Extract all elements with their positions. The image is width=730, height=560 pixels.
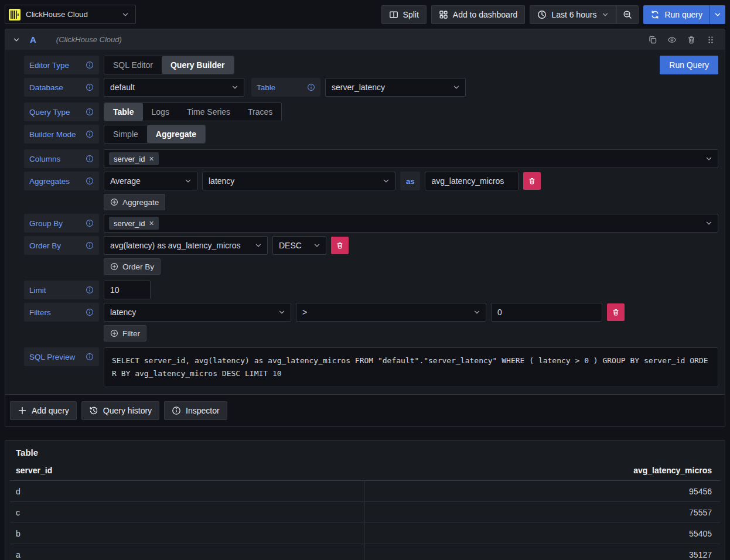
datasource-name: ClickHouse Cloud — [26, 10, 116, 19]
add-filter-button[interactable]: Filter — [104, 325, 146, 342]
info-icon — [86, 83, 94, 91]
editor-type-toggle: SQL Editor Query Builder — [104, 56, 234, 74]
database-select[interactable]: default — [104, 78, 244, 97]
duplicate-query-icon[interactable] — [648, 35, 657, 45]
info-icon — [86, 286, 94, 294]
cell-avg-latency: 75557 — [364, 502, 721, 523]
cell-server-id: c — [10, 502, 364, 523]
columns-multiselect[interactable]: server_id × — [104, 149, 718, 168]
chevron-down-icon — [473, 308, 481, 316]
query-history-button[interactable]: Query history — [81, 401, 159, 420]
sql-preview-text: SELECT server_id, avg(latency) as avg_la… — [104, 347, 718, 387]
order-by-direction-select[interactable]: DESC — [272, 236, 326, 255]
option-logs[interactable]: Logs — [143, 103, 178, 121]
group-by-multiselect[interactable]: server_id × — [104, 214, 718, 233]
plus-icon — [18, 406, 27, 415]
add-order-by-label: Order By — [122, 262, 154, 271]
sync-icon — [650, 10, 660, 19]
order-by-field-select[interactable]: avg(latency) as avg_latency_micros — [104, 236, 268, 255]
add-query-button[interactable]: Add query — [10, 401, 77, 420]
run-query-editor-button[interactable]: Run Query — [660, 56, 718, 74]
drag-handle-icon[interactable] — [706, 35, 715, 45]
chevron-down-icon — [121, 11, 129, 19]
datasource-picker[interactable]: ClickHouse Cloud — [5, 5, 136, 24]
query-editor-container: A (ClickHouse Cloud) Editor Type SQL Edi… — [5, 29, 725, 427]
split-icon — [389, 10, 398, 19]
hide-response-eye-icon[interactable] — [667, 35, 677, 45]
remove-aggregate-button[interactable] — [523, 172, 541, 190]
option-table[interactable]: Table — [104, 103, 143, 121]
filter-column-select[interactable]: latency — [104, 303, 291, 322]
table-row: d 95456 — [10, 481, 720, 502]
option-traces[interactable]: Traces — [239, 103, 281, 121]
column-header-server-id[interactable]: server_id — [10, 466, 364, 475]
option-time-series[interactable]: Time Series — [178, 103, 239, 121]
add-filter-label: Filter — [122, 329, 140, 338]
run-query-dropdown-button[interactable] — [709, 5, 725, 24]
info-icon — [86, 308, 94, 316]
run-query-button[interactable]: Run query — [643, 5, 709, 24]
info-icon — [86, 353, 94, 361]
cell-avg-latency: 95456 — [364, 481, 721, 501]
aggregate-column-select[interactable]: latency — [202, 172, 395, 190]
columns-tag-server-id[interactable]: server_id × — [109, 152, 159, 165]
explore-toolbar: ClickHouse Cloud Split Add to dashboard … — [0, 0, 730, 29]
add-order-by-button[interactable]: Order By — [104, 258, 161, 275]
query-history-label: Query history — [103, 406, 152, 415]
chevron-down-icon — [705, 155, 713, 163]
apps-grid-icon — [439, 10, 448, 19]
zoom-out-button[interactable] — [616, 5, 639, 24]
datasource-hint: (ClickHouse Cloud) — [56, 35, 122, 44]
option-query-builder[interactable]: Query Builder — [162, 56, 234, 74]
run-query-editor-label: Run Query — [669, 60, 709, 70]
table-select[interactable]: server_latency — [325, 78, 466, 97]
query-row-card: A (ClickHouse Cloud) Editor Type SQL Edi… — [5, 29, 725, 395]
remove-query-trash-icon[interactable] — [687, 35, 696, 45]
field-label-filters: Filters — [24, 303, 99, 322]
option-sql-editor[interactable]: SQL Editor — [104, 56, 162, 74]
info-icon — [86, 108, 94, 116]
chevron-down-icon — [184, 177, 192, 185]
field-label-columns: Columns — [24, 149, 99, 168]
zoom-out-icon — [623, 10, 632, 19]
split-button[interactable]: Split — [381, 5, 427, 24]
time-range-picker[interactable]: Last 6 hours — [530, 5, 616, 24]
group-by-tag-server-id[interactable]: server_id × — [109, 217, 159, 230]
trash-icon — [612, 308, 620, 316]
remove-tag-icon[interactable]: × — [149, 155, 153, 163]
filter-value-input[interactable] — [491, 303, 602, 322]
remove-order-by-button[interactable] — [331, 237, 349, 254]
chevron-down-icon — [601, 11, 609, 19]
cell-server-id: a — [10, 544, 364, 560]
field-label-sql-preview: SQL Preview — [24, 347, 99, 366]
chevron-down-icon — [714, 11, 722, 19]
limit-input[interactable] — [104, 281, 151, 299]
table-header-row: server_id avg_latency_micros — [10, 466, 720, 481]
chevron-down-icon — [382, 177, 390, 185]
aggregate-function-select[interactable]: Average — [104, 172, 197, 190]
column-header-avg-latency-micros[interactable]: avg_latency_micros — [364, 466, 720, 475]
query-builder-form: Editor Type SQL Editor Query Builder Run… — [5, 50, 725, 394]
inspector-button[interactable]: Inspector — [164, 401, 227, 420]
field-label-table: Table — [251, 78, 320, 97]
chevron-down-icon — [452, 83, 460, 91]
add-aggregate-button[interactable]: Aggregate — [104, 194, 165, 210]
aggregate-alias-input[interactable] — [425, 172, 518, 190]
builder-mode-toggle: Simple Aggregate — [104, 125, 206, 144]
option-aggregate[interactable]: Aggregate — [147, 125, 205, 143]
collapse-query-icon[interactable] — [12, 36, 21, 44]
add-to-dashboard-label: Add to dashboard — [453, 10, 518, 19]
table-row: a 35127 — [10, 544, 720, 560]
info-icon — [307, 83, 315, 91]
remove-tag-icon[interactable]: × — [149, 219, 153, 227]
explore-query-actions: Add query Query history Inspector — [5, 395, 725, 426]
trash-icon — [336, 241, 344, 250]
remove-filter-button[interactable] — [607, 303, 625, 321]
add-to-dashboard-button[interactable]: Add to dashboard — [431, 5, 526, 24]
info-circle-icon — [172, 406, 181, 415]
option-simple[interactable]: Simple — [104, 125, 147, 143]
inspector-label: Inspector — [186, 406, 220, 415]
chevron-down-icon — [231, 83, 239, 91]
field-label-database: Database — [24, 78, 99, 97]
filter-operator-select[interactable]: > — [296, 303, 486, 322]
